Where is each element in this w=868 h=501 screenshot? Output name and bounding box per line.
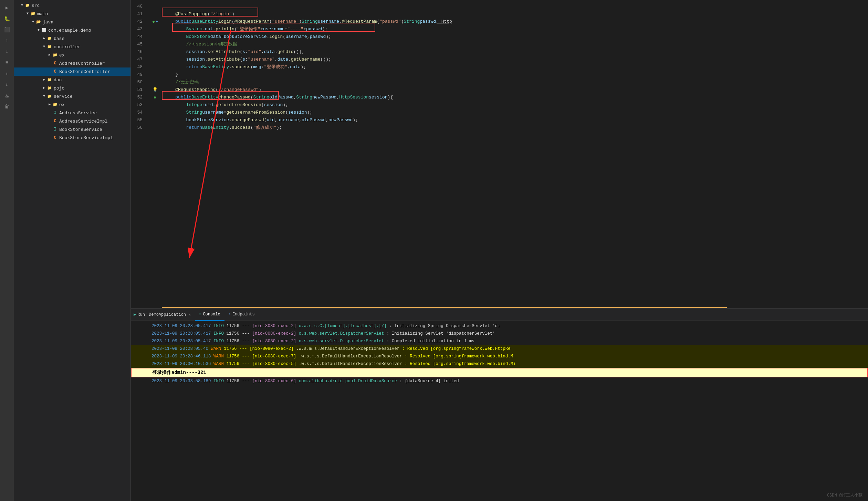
app-close-btn[interactable]: ✕ bbox=[189, 313, 191, 317]
endpoints-icon: ⚡ bbox=[229, 312, 231, 317]
code-line-55: bookStoreService.changePasswd(uid,userna… bbox=[165, 116, 868, 124]
tree-label-bookstoreservice: BookStoreService bbox=[59, 127, 102, 132]
tree-label-main: main bbox=[37, 11, 48, 17]
code-line-41: @PostMapping("/login") bbox=[165, 10, 868, 18]
code-line-46: session.setAttribute( s: "uid",data.getU… bbox=[165, 48, 868, 56]
log-class: .w.s.m.s.DefaultHandlerExceptionResolver bbox=[299, 353, 402, 360]
log-pid: 11756 bbox=[227, 377, 240, 385]
expand-arrow: ▼ bbox=[30, 19, 36, 25]
main-area: 40 41 42 43 44 45 46 47 48 49 50 51 52 5… bbox=[131, 0, 868, 501]
tree-item-main[interactable]: ▼ 📁 main bbox=[14, 10, 130, 18]
java-class-icon: C bbox=[52, 118, 58, 124]
log-class: com.alibaba.druid.pool.DruidDataSource bbox=[299, 377, 397, 385]
tree-item-pojo[interactable]: ▶ 📁 pojo bbox=[14, 84, 130, 92]
run-text: Run: bbox=[137, 312, 147, 317]
java-class-icon: C bbox=[52, 69, 58, 74]
code-line-44: BookStore data = bookStoreService.login(… bbox=[165, 33, 868, 41]
tab-endpoints[interactable]: ⚡ Endpoints bbox=[224, 309, 259, 321]
console-line-5: 2023-11-09 20:28:46.118 WARN 11756 --- [… bbox=[131, 353, 868, 360]
print-icon[interactable]: 🖨 bbox=[2, 91, 12, 101]
tree-item-package[interactable]: ▼ ⬜ com.example.demo bbox=[14, 26, 130, 34]
log-class: o.a.c.c.C.[Tomcat].[localhost].[/] bbox=[299, 322, 387, 330]
terminal-icon[interactable]: ⬛ bbox=[2, 25, 12, 34]
equals-icon[interactable]: ≡ bbox=[2, 58, 12, 67]
log-thread: [nio-8080-exec-2] bbox=[250, 345, 294, 353]
up2-icon[interactable]: ⬆ bbox=[2, 69, 12, 79]
console-line-3: 2023-11-09 20:28:05.41 7 INFO 11756 --- … bbox=[131, 337, 868, 345]
java-class-icon: C bbox=[52, 61, 58, 66]
tab-console[interactable]: ≡ Console bbox=[195, 309, 224, 321]
code-line-48: return BaseEntity.success( msg: "登录成功",d… bbox=[165, 63, 868, 71]
tree-item-base[interactable]: ▶ 📁 base bbox=[14, 34, 130, 43]
trash-icon[interactable]: 🗑 bbox=[2, 102, 12, 112]
tree-item-bookstoreserviceimpl[interactable]: C BookStoreServiceImpl bbox=[14, 134, 130, 142]
folder-icon: 📁 bbox=[47, 36, 52, 41]
console-line-4: 2023-11-09 20:28:05.40 WARN 11756 --- [n… bbox=[131, 345, 868, 353]
folder-icon: 📁 bbox=[30, 11, 36, 17]
log-msg: : {dataSource-4} inited bbox=[399, 377, 459, 385]
code-line-43: System.out.println("登录操作"+username+"----… bbox=[165, 25, 868, 33]
code-line-50: //更新密码 bbox=[165, 79, 868, 86]
project-sidebar: ▼ 📁 src ▼ 📁 main ▼ 📂 java ▼ ⬜ com.exampl… bbox=[14, 0, 131, 501]
code-line-54: String username = getusernameFromSession… bbox=[165, 109, 868, 116]
watermark: CSDN @打工人小苑 bbox=[827, 492, 862, 498]
tree-label-service: service bbox=[54, 94, 73, 99]
log-level: INFO bbox=[213, 337, 224, 345]
log-pid: 11756 bbox=[227, 322, 240, 330]
login-output: 登录操作admin----321 bbox=[152, 369, 206, 376]
bookmark-gutter-icon: ◆ bbox=[156, 18, 158, 25]
expand-arrow: ▶ bbox=[41, 36, 47, 41]
tree-item-bookstoreservice[interactable]: I BookStoreService bbox=[14, 125, 130, 134]
folder-icon: 📁 bbox=[47, 77, 52, 83]
log-msg: : Completed initialization in 1 ms bbox=[387, 337, 474, 345]
log-level: INFO bbox=[213, 377, 224, 385]
log-time: 2023-11-09 20:28:46.118 bbox=[151, 353, 211, 360]
tree-item-dao[interactable]: ▶ 📁 dao bbox=[14, 76, 130, 84]
tree-item-service[interactable]: ▼ 📁 service bbox=[14, 92, 130, 101]
tree-item-java[interactable]: ▼ 📂 java bbox=[14, 18, 130, 26]
down-arrow-icon[interactable]: ↓ bbox=[2, 47, 12, 56]
log-level: INFO bbox=[213, 322, 224, 330]
tree-item-addressserviceimpl[interactable]: C AddressServiceImpl bbox=[14, 117, 130, 125]
console-line-8: 2023-11-09 20:33:58.189 INFO 11756 --- [… bbox=[131, 377, 868, 385]
tree-item-addressservice[interactable]: I AddressService bbox=[14, 109, 130, 117]
log-thread: [nio-8080-exec-2] bbox=[252, 337, 296, 345]
down2-icon[interactable]: ⬇ bbox=[2, 80, 12, 90]
debug-icon[interactable]: 🐛 bbox=[2, 14, 12, 23]
tree-item-addresscontroller[interactable]: C AddressController bbox=[14, 59, 130, 67]
log-class: .w.s.m.s.DefaultHandlerExceptionResolver bbox=[299, 360, 402, 368]
run-gutter-icon[interactable]: ● bbox=[152, 18, 155, 25]
log-msg: : Initializing Spring DispatcherServlet … bbox=[389, 322, 500, 330]
console-line-1: 2023-11-09 20:28:05.417 INFO 11756 --- [… bbox=[131, 322, 868, 330]
log-pid: 11756 bbox=[227, 337, 240, 345]
run2-gutter-icon[interactable]: ● bbox=[154, 94, 156, 101]
folder-icon: 📁 bbox=[47, 44, 52, 50]
code-line-51: @RequestMapping("/changePasswd") bbox=[165, 86, 868, 94]
warning-gutter-icon: 💡 bbox=[153, 86, 158, 94]
spacer bbox=[47, 61, 52, 66]
tree-item-bookstorecontroller[interactable]: C BookStoreController bbox=[14, 67, 130, 76]
code-editor[interactable]: @PostMapping("/login") public BaseEntity… bbox=[162, 0, 868, 308]
expand-arrow: ▼ bbox=[41, 94, 47, 99]
log-pid: 11756 bbox=[227, 360, 240, 368]
code-line-40 bbox=[165, 3, 868, 10]
tree-label-src: src bbox=[32, 3, 40, 8]
tree-label-package: com.example.demo bbox=[48, 28, 91, 33]
up-arrow-icon[interactable]: ↑ bbox=[2, 36, 12, 45]
tree-item-controller[interactable]: ▼ 📁 controller bbox=[14, 43, 130, 51]
package-icon: ⬜ bbox=[41, 28, 47, 33]
code-container[interactable]: 40 41 42 43 44 45 46 47 48 49 50 51 52 5… bbox=[131, 0, 868, 308]
log-msg: : Resolved [org.springframework.web.bind… bbox=[405, 353, 513, 360]
line-numbers: 40 41 42 43 44 45 46 47 48 49 50 51 52 5… bbox=[131, 0, 148, 308]
log-class: o.s.web.servlet.DispatcherServlet bbox=[299, 330, 384, 337]
bottom-tabs: ▶ Run: DemoApplication ✕ ≡ Console ⚡ End… bbox=[131, 309, 868, 321]
tree-item-service-ex[interactable]: ▶ 📁 ex bbox=[14, 101, 130, 109]
code-line-47: session.setAttribute( s: "username",data… bbox=[165, 56, 868, 63]
tree-item-src[interactable]: ▼ 📁 src bbox=[14, 1, 130, 10]
run-icon[interactable]: ▶ bbox=[2, 3, 12, 12]
log-time: 2023-11-09 20:33:58.189 bbox=[151, 377, 211, 385]
java-class-icon: C bbox=[52, 135, 58, 140]
tree-item-ex[interactable]: ▶ 📁 ex bbox=[14, 51, 130, 59]
run-icon-label: ▶ bbox=[134, 312, 136, 317]
log-msg: : Initializing Servlet 'dispatcherServle… bbox=[387, 330, 495, 337]
